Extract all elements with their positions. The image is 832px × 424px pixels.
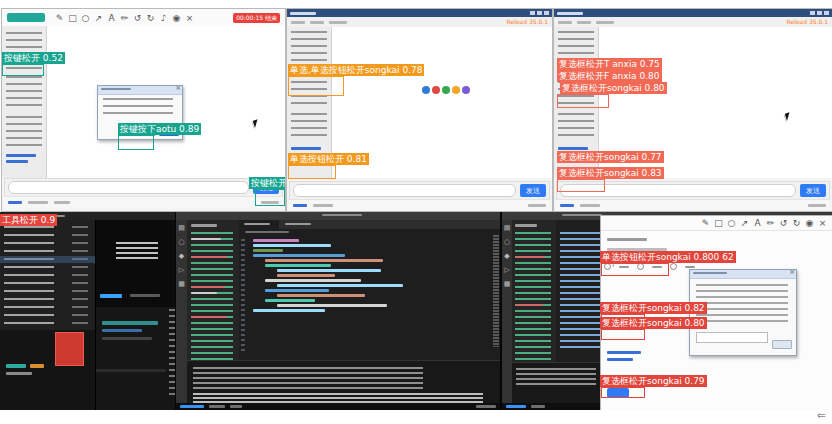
transport-controls-skeleton[interactable] — [130, 294, 160, 297]
annotation-toolbar: ✎ □ ○ ↗ A ✏ ↺ ↻ ♪ ◉ × 00:00:15 结束 — [2, 9, 285, 27]
tab-active[interactable] — [239, 220, 279, 229]
detection-box — [601, 329, 645, 340]
run-debug-icon[interactable]: ▷ — [179, 267, 184, 274]
status-item — [528, 204, 546, 207]
back-arrow-icon[interactable]: ⇐ — [817, 409, 826, 422]
scrollbar[interactable] — [96, 369, 166, 372]
search-icon[interactable]: ○ — [504, 239, 510, 246]
brush-icon[interactable]: ✏ — [766, 216, 775, 230]
link-text[interactable] — [607, 351, 641, 354]
menu-item-skeleton[interactable] — [577, 21, 591, 24]
file-row-modified[interactable] — [191, 316, 227, 318]
tab-inactive[interactable] — [280, 220, 320, 229]
source-control-icon[interactable]: ◆ — [179, 253, 184, 260]
menu-item-skeleton[interactable] — [596, 21, 614, 24]
timeline-panel[interactable] — [96, 307, 175, 410]
run-debug-icon[interactable]: ▷ — [504, 267, 509, 274]
mic-icon[interactable]: ◉ — [805, 216, 814, 230]
files-icon[interactable]: ▤ — [504, 225, 511, 232]
mic-icon[interactable]: ◉ — [172, 11, 181, 25]
status-bar — [556, 199, 830, 211]
window-buttons[interactable] — [530, 11, 549, 15]
sidebar-link[interactable] — [291, 147, 321, 150]
rectangle-icon[interactable]: □ — [68, 11, 77, 25]
menu-item-skeleton[interactable] — [291, 21, 305, 24]
text-icon[interactable]: A — [107, 11, 116, 25]
window-title-skeleton — [322, 214, 362, 216]
file-row[interactable] — [191, 238, 221, 240]
menu-item-skeleton[interactable] — [329, 21, 347, 24]
extensions-icon[interactable]: ▦ — [504, 281, 511, 288]
record-button[interactable] — [7, 13, 45, 22]
sidebar-link[interactable] — [6, 160, 28, 163]
dialog-close-icon[interactable]: × — [175, 84, 181, 92]
file-row[interactable] — [191, 292, 217, 294]
panel-screen-recorder: ✎ □ ○ ↗ A ✏ ↺ ↻ ♪ ◉ × 00:00:15 结束 — [1, 8, 286, 212]
message-input[interactable] — [8, 181, 249, 194]
arrow-icon[interactable]: ↗ — [740, 216, 749, 230]
sidebar-link[interactable] — [558, 147, 588, 150]
file-row-modified[interactable] — [191, 256, 227, 258]
window-titlebar — [287, 9, 552, 17]
extensions-icon[interactable]: ▦ — [178, 281, 185, 288]
timeline-clip[interactable] — [102, 337, 152, 340]
undo-icon[interactable]: ↺ — [779, 216, 788, 230]
reload-version-text[interactable]: Reload 35.0.1 — [787, 17, 828, 27]
file-row-modified[interactable] — [191, 286, 225, 288]
close-icon[interactable]: × — [818, 216, 827, 230]
redo-icon[interactable]: ↻ — [792, 216, 801, 230]
panel-code-editor-with-overlay: ▤ ○ ◆ ▷ ▦ — [502, 212, 832, 410]
timeline-clip[interactable] — [102, 329, 142, 332]
remote-indicator[interactable] — [180, 405, 204, 408]
rectangle-icon[interactable]: □ — [714, 216, 723, 230]
link-text[interactable] — [607, 358, 633, 361]
arrow-icon[interactable]: ↗ — [94, 11, 103, 25]
detection-box — [601, 387, 645, 398]
form-label-skeleton — [607, 238, 647, 241]
dialog-input[interactable] — [696, 332, 768, 343]
pen-icon[interactable]: ✎ — [701, 216, 710, 230]
terminal-panel[interactable] — [187, 360, 500, 403]
code-line — [265, 299, 315, 302]
project-clip-list[interactable] — [0, 220, 96, 330]
text-icon[interactable]: A — [753, 216, 762, 230]
dialog-button[interactable] — [772, 340, 792, 349]
send-button[interactable]: 发送 — [520, 184, 546, 197]
source-control-icon[interactable]: ◆ — [504, 253, 509, 260]
reload-version-text[interactable]: Reload 35.0.1 — [507, 17, 548, 27]
settings-text-skeleton — [558, 113, 594, 139]
clip-time-skeleton — [72, 226, 88, 326]
settings-text-skeleton — [6, 116, 42, 146]
tool-icon-strip[interactable] — [169, 309, 175, 399]
search-icon[interactable]: ○ — [178, 239, 184, 246]
file-row-modified[interactable] — [515, 256, 545, 258]
pen-icon[interactable]: ✎ — [55, 11, 64, 25]
timeline-clip[interactable] — [102, 321, 158, 325]
detection-label: 工具松开 0.9 — [0, 214, 57, 226]
brush-icon[interactable]: ✏ — [120, 11, 129, 25]
window-buttons[interactable] — [810, 11, 829, 15]
radio-button[interactable] — [670, 263, 677, 270]
file-row-modified[interactable] — [515, 304, 543, 306]
message-input[interactable] — [293, 184, 516, 197]
minimap[interactable] — [493, 235, 499, 347]
files-icon[interactable]: ▤ — [178, 225, 185, 232]
close-icon[interactable]: × — [185, 11, 194, 25]
dialog-close-icon[interactable]: × — [789, 268, 795, 276]
redo-icon[interactable]: ↻ — [146, 11, 155, 25]
code-area[interactable] — [239, 235, 500, 314]
send-button[interactable]: 发送 — [800, 184, 826, 197]
menu-item-skeleton[interactable] — [558, 21, 572, 24]
sidebar-link[interactable] — [6, 154, 36, 157]
undo-icon[interactable]: ↺ — [133, 11, 142, 25]
dialog-text-skeleton — [103, 98, 173, 118]
selected-row-highlight[interactable] — [0, 256, 95, 263]
speaker-icon[interactable]: ♪ — [159, 11, 168, 25]
toolbar-icons: ✎ □ ○ ↗ A ✏ ↺ ↻ ◉ × — [701, 216, 827, 230]
remote-indicator[interactable] — [506, 405, 526, 408]
ellipse-icon[interactable]: ○ — [81, 11, 90, 25]
ellipse-icon[interactable]: ○ — [727, 216, 736, 230]
activity-bar: ▤ ○ ◆ ▷ ▦ — [176, 220, 187, 403]
logo-dot — [432, 86, 440, 94]
menu-item-skeleton[interactable] — [310, 21, 324, 24]
